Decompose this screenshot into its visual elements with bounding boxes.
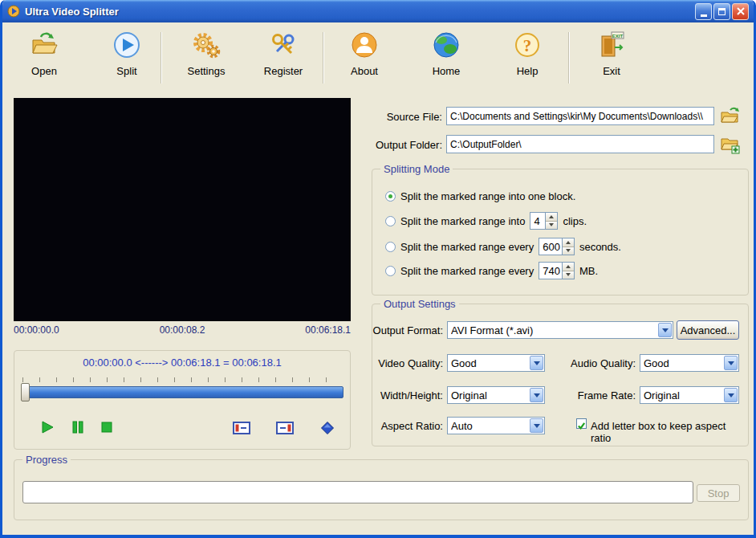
select-dropdown-button[interactable] <box>724 388 738 402</box>
clips-count-spinner: 4 <box>530 212 558 230</box>
split-mode-row-clips: Split the marked range into 4 clips. <box>385 212 587 230</box>
letterbox-label: Add letter box to keep aspect ratio <box>591 420 748 444</box>
trackbar-ticks <box>22 377 342 382</box>
aspect-ratio-select[interactable]: Auto <box>447 417 545 434</box>
toolbar-separator <box>323 32 324 84</box>
toolbar-label: About <box>334 65 395 77</box>
maximize-button[interactable] <box>713 3 730 20</box>
trackbar[interactable] <box>21 386 343 398</box>
spin-up-icon <box>549 213 554 218</box>
checkmark-icon <box>577 422 586 430</box>
toolbar-split-button[interactable]: Split <box>96 29 157 77</box>
select-dropdown-button[interactable] <box>530 388 543 402</box>
mark-end-button[interactable] <box>276 422 294 438</box>
progress-bar <box>22 481 693 503</box>
stop-icon <box>100 420 114 434</box>
diamond-icon <box>321 422 334 434</box>
chevron-down-icon <box>534 393 540 401</box>
output-folder-label: Output Folder: <box>356 139 442 151</box>
toolbar-about-button[interactable]: About <box>334 29 395 77</box>
spinner-buttons <box>545 213 557 229</box>
toolbar-register-button[interactable]: Register <box>253 29 314 77</box>
stop-playback-button[interactable] <box>100 420 114 438</box>
audio-quality-label: Audio Quality: <box>552 357 636 369</box>
minimize-button[interactable] <box>695 3 712 20</box>
select-dropdown-button[interactable] <box>530 418 543 433</box>
pause-icon <box>71 420 85 434</box>
spin-up-icon <box>566 263 571 268</box>
split-mode-row-mb: Split the marked range every 740 MB. <box>385 262 598 279</box>
mark-start-button[interactable] <box>233 422 250 438</box>
radio-one-block[interactable] <box>385 191 396 202</box>
toolbar-label: Open <box>14 65 75 77</box>
clips-count-input[interactable]: 4 <box>530 213 545 229</box>
radio-clips[interactable] <box>385 216 396 226</box>
window-title: Ultra Video Splitter <box>25 6 119 18</box>
chevron-down-icon <box>534 361 540 369</box>
chevron-down-icon <box>728 393 734 401</box>
audio-quality-value: Good <box>644 357 722 369</box>
output-settings-legend: Output Settings <box>380 298 459 310</box>
minimize-icon <box>701 14 707 17</box>
letterbox-checkbox[interactable] <box>576 418 587 429</box>
toolbar-exit-button[interactable]: EXIT Exit <box>581 29 642 77</box>
spin-up-button[interactable] <box>563 238 574 247</box>
output-folder-input[interactable]: C:\OutputFolder\ <box>446 135 714 153</box>
spin-up-button[interactable] <box>546 213 557 222</box>
browse-source-button[interactable] <box>719 105 740 129</box>
trackbar-thumb[interactable] <box>21 383 30 401</box>
output-settings-group: Output Settings Output Format: AVI Forma… <box>372 304 749 446</box>
close-button[interactable] <box>732 3 749 20</box>
aspect-ratio-value: Auto <box>451 420 528 432</box>
spinner-buttons <box>562 238 574 255</box>
radio-label: Split the marked range every <box>400 265 534 277</box>
select-dropdown-button[interactable] <box>530 356 543 370</box>
spin-down-button[interactable] <box>563 247 574 255</box>
app-window: Ultra Video Splitter Open <box>0 0 756 538</box>
advanced-button[interactable]: Advanced... <box>677 320 739 340</box>
source-file-input[interactable]: C:\Documents and Settings\kir\My Documen… <box>446 107 714 125</box>
output-format-select[interactable]: AVI Format (*.avi) <box>447 321 673 339</box>
audio-quality-select[interactable]: Good <box>640 354 739 372</box>
output-format-value: AVI Format (*.avi) <box>451 324 656 336</box>
spin-down-icon <box>566 249 571 255</box>
help-question-icon: ? <box>511 29 543 61</box>
titlebar[interactable]: Ultra Video Splitter <box>2 0 754 22</box>
toolbar-home-button[interactable]: Home <box>416 29 477 77</box>
client-area: Open Split Settings <box>2 22 754 535</box>
seconds-input[interactable]: 600 <box>539 238 562 255</box>
spin-down-button[interactable] <box>563 271 574 279</box>
spinner-buttons <box>562 263 574 279</box>
toolbar-help-button[interactable]: ? Help <box>497 29 558 77</box>
spin-down-icon <box>549 223 554 229</box>
frame-rate-select[interactable]: Original <box>640 386 739 404</box>
spin-down-button[interactable] <box>546 222 557 230</box>
output-folder-icon <box>719 133 740 154</box>
mb-input[interactable]: 740 <box>539 263 562 279</box>
select-dropdown-button[interactable] <box>658 323 672 337</box>
mb-spinner: 740 <box>539 262 575 279</box>
globe-icon <box>430 29 462 61</box>
svg-text:EXIT: EXIT <box>612 34 624 39</box>
open-folder-icon <box>28 29 60 61</box>
play-button[interactable] <box>40 420 55 438</box>
select-dropdown-button[interactable] <box>724 356 738 370</box>
pause-button[interactable] <box>71 420 85 438</box>
browse-output-button[interactable] <box>719 133 740 157</box>
radio-suffix: clips. <box>563 215 587 227</box>
toolbar-settings-button[interactable]: Settings <box>176 29 237 77</box>
chevron-down-icon <box>728 361 734 369</box>
frame-rate-value: Original <box>644 389 722 401</box>
spin-up-button[interactable] <box>563 263 574 271</box>
radio-seconds[interactable] <box>385 242 396 252</box>
stop-button[interactable]: Stop <box>697 484 740 502</box>
aspect-ratio-label: Aspect Ratio: <box>372 420 443 432</box>
video-quality-select[interactable]: Good <box>447 354 545 372</box>
toolbar-open-button[interactable]: Open <box>14 29 75 77</box>
browse-folder-icon <box>719 105 740 126</box>
width-height-select[interactable]: Original <box>447 386 545 404</box>
seconds-spinner: 600 <box>539 238 575 255</box>
split-point-button[interactable] <box>321 422 334 438</box>
split-mode-row-one-block: Split the marked range into one block. <box>385 187 575 205</box>
radio-mb[interactable] <box>385 266 396 276</box>
